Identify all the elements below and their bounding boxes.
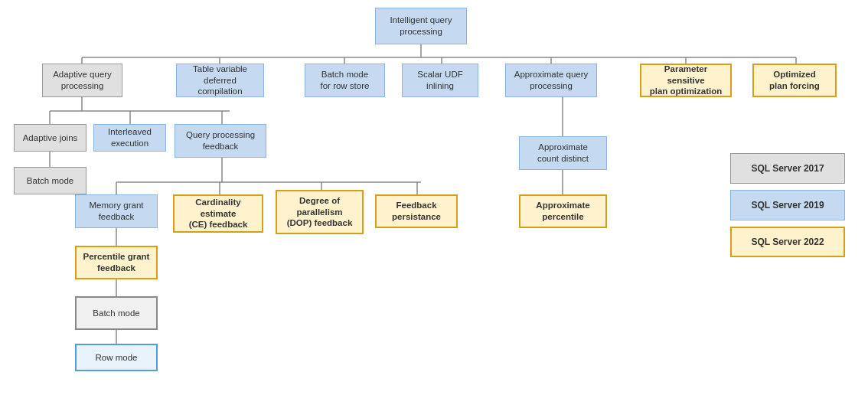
node-opf: Optimizedplan forcing (752, 64, 837, 97)
node-batch-mode-aqp: Batch mode (14, 167, 86, 194)
node-approx-count-distinct: Approximatecount distinct (519, 136, 607, 170)
legend: SQL Server 2017 SQL Server 2019 SQL Serv… (730, 153, 853, 263)
node-approx-qp: Approximate queryprocessing (505, 64, 597, 97)
node-qpf: Query processingfeedback (175, 124, 266, 158)
node-tvdc: Table variabledeferred compilation (176, 64, 264, 97)
node-percentile-grant-feedback: Percentile grantfeedback (75, 246, 158, 279)
legend-sql2019: SQL Server 2019 (730, 190, 845, 220)
node-interleaved-execution: Interleavedexecution (93, 124, 166, 152)
legend-sql2017: SQL Server 2017 (730, 153, 845, 184)
node-approx-percentile: Approximatepercentile (519, 194, 607, 228)
diagram: Intelligent queryprocessing Adaptive que… (0, 0, 868, 395)
node-aqp: Adaptive queryprocessing (42, 64, 122, 97)
node-batch-mode-mgf: Batch mode (75, 296, 158, 330)
node-feedback-persistance: Feedbackpersistance (375, 194, 458, 228)
node-sudf: Scalar UDFinlining (402, 64, 478, 97)
node-ce-feedback: Cardinality estimate(CE) feedback (173, 194, 263, 233)
node-dop-feedback: Degree ofparallelism(DOP) feedback (276, 190, 364, 234)
node-pspo: Parameter sensitiveplan optimization (640, 64, 732, 97)
node-adaptive-joins: Adaptive joins (14, 124, 86, 152)
node-iqp: Intelligent queryprocessing (375, 8, 467, 44)
legend-sql2022: SQL Server 2022 (730, 227, 845, 257)
node-row-mode: Row mode (75, 344, 158, 371)
node-memory-grant-feedback: Memory grantfeedback (75, 194, 158, 228)
node-bmrs: Batch modefor row store (305, 64, 385, 97)
